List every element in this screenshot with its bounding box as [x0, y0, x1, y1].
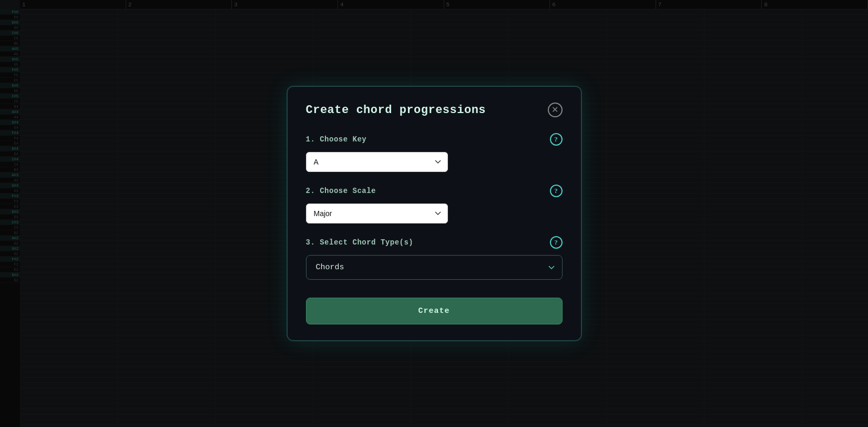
- choose-chord-type-help-button[interactable]: ?: [550, 236, 563, 249]
- modal-title: Create chord progressions: [306, 104, 486, 117]
- choose-scale-header: 2. Choose Scale ?: [306, 185, 563, 197]
- create-button[interactable]: Create: [306, 298, 563, 324]
- chord-type-select[interactable]: Chords Triads 7th Chords Suspended: [306, 255, 563, 280]
- modal-header: Create chord progressions ✕: [306, 103, 563, 117]
- choose-chord-type-section: 3. Select Chord Type(s) ? Chords Triads …: [306, 236, 563, 280]
- scale-select[interactable]: Major Minor Dorian Phrygian Lydian Mixol…: [306, 204, 448, 223]
- choose-scale-section: 2. Choose Scale ? Major Minor Dorian Phr…: [306, 185, 563, 223]
- close-button[interactable]: ✕: [548, 103, 563, 117]
- choose-scale-label: 2. Choose Scale: [306, 187, 376, 195]
- choose-key-help-button[interactable]: ?: [550, 133, 563, 146]
- choose-key-section: 1. Choose Key ? A A# B C C# D D# E F F# …: [306, 133, 563, 172]
- choose-key-label: 1. Choose Key: [306, 135, 367, 144]
- choose-chord-type-header: 3. Select Chord Type(s) ?: [306, 236, 563, 249]
- choose-chord-type-label: 3. Select Chord Type(s): [306, 238, 414, 247]
- choose-key-header: 1. Choose Key ?: [306, 133, 563, 146]
- key-select[interactable]: A A# B C C# D D# E F F# G G#: [306, 152, 448, 172]
- create-chord-modal: Create chord progressions ✕ 1. Choose Ke…: [287, 86, 581, 341]
- choose-scale-help-button[interactable]: ?: [550, 185, 563, 197]
